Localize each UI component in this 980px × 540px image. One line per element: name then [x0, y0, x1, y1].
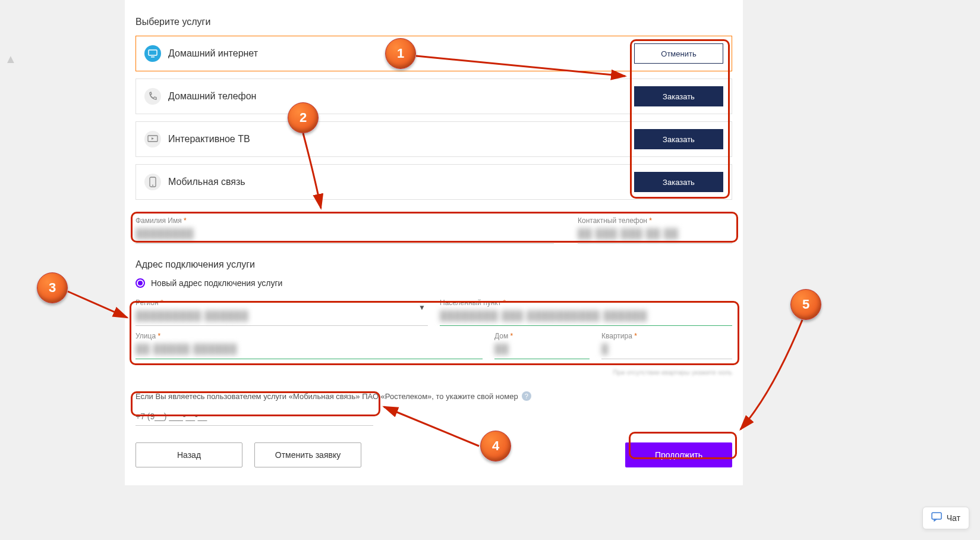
service-name: Мобильная связь: [168, 177, 245, 187]
service-name: Домашний интернет: [168, 48, 258, 59]
service-name: Интерактивное ТВ: [168, 134, 250, 145]
field-city: Населенный пункт * ████████ ███ ████████…: [440, 299, 732, 321]
service-row-mobile: Мобильная связь Заказать: [136, 164, 732, 200]
callout-4: 4: [480, 431, 511, 461]
monitor-icon: [144, 45, 161, 62]
blurred-value: ██ █████ ██████: [136, 344, 483, 354]
blurred-value: ████████: [136, 228, 554, 239]
service-cancel-button[interactable]: Отменить: [634, 43, 723, 64]
chat-label: Чат: [947, 513, 960, 523]
svg-rect-1: [151, 56, 155, 58]
service-row-internet: Домашний интернет Отменить: [136, 36, 732, 71]
field-house: Дом * ██: [494, 332, 590, 354]
blurred-value: ██: [494, 344, 590, 354]
svg-rect-6: [932, 513, 941, 519]
footer-buttons: Назад Отменить заявку Продолжить: [136, 442, 732, 467]
apt-label: Квартира: [601, 332, 632, 340]
radio-icon: [136, 278, 145, 288]
tv-icon: [144, 131, 161, 147]
blurred-value: ████████ ███ ██████████ ██████: [440, 310, 732, 321]
scroll-up-icon[interactable]: ▲: [5, 52, 17, 66]
field-street: Улица * ██ █████ ██████: [136, 332, 483, 354]
continue-button[interactable]: Продолжить: [625, 442, 732, 467]
svg-line-8: [68, 291, 127, 318]
mobile-hint-row: Если Вы являетесь пользователем услуги «…: [136, 391, 732, 401]
service-row-phone: Домашний телефон Заказать: [136, 79, 732, 114]
cancel-request-button[interactable]: Отменить заявку: [254, 442, 361, 467]
back-button[interactable]: Назад: [136, 442, 242, 467]
field-region: Регион * █████████ ██████ ▼: [136, 299, 428, 321]
phone-icon: [144, 88, 161, 105]
service-row-tv: Интерактивное ТВ Заказать: [136, 121, 732, 157]
services-title: Выберите услуги: [136, 17, 732, 27]
svg-marker-3: [152, 137, 154, 140]
person-row: Фамилия Имя * ████████ Контактный телефо…: [136, 216, 732, 239]
address-radio-row[interactable]: Новый адрес подключения услуги: [136, 278, 732, 288]
phone-label: Контактный телефон: [578, 216, 647, 225]
callout-1: 1: [385, 38, 416, 69]
name-label: Фамилия Имя: [136, 216, 182, 225]
address-grid: Регион * █████████ ██████ ▼ Населенный п…: [136, 299, 732, 376]
apt-hint: При отсутствии квартиры укажите ноль: [136, 369, 732, 376]
house-label: Дом: [494, 332, 508, 340]
callout-5: 5: [790, 289, 821, 320]
mobile-number-input[interactable]: [136, 407, 373, 426]
service-left: Домашний интернет: [144, 45, 258, 62]
region-label: Регион: [136, 299, 159, 307]
blurred-value: █: [601, 344, 732, 354]
callout-3: 3: [37, 272, 68, 303]
help-icon[interactable]: ?: [522, 391, 531, 401]
page-root: ▲ Выберите услуги Домашний интернет Отме…: [0, 0, 980, 540]
svg-point-5: [152, 185, 153, 186]
address-radio-label: Новый адрес подключения услуги: [151, 278, 282, 288]
service-order-button[interactable]: Заказать: [634, 86, 723, 106]
city-label: Населенный пункт: [440, 299, 501, 307]
mobile-hint-text: Если Вы являетесь пользователем услуги «…: [136, 392, 518, 401]
form-card: Выберите услуги Домашний интернет Отмени…: [125, 0, 743, 485]
svg-rect-0: [149, 50, 157, 55]
chat-widget[interactable]: Чат: [922, 507, 969, 529]
service-name: Домашний телефон: [168, 91, 256, 102]
blurred-value: ██ ███ ███ ██ ██: [578, 228, 732, 239]
service-order-button[interactable]: Заказать: [634, 129, 723, 149]
field-apt: Квартира * █: [601, 332, 732, 354]
mobile-icon: [144, 174, 161, 190]
service-order-button[interactable]: Заказать: [634, 172, 723, 192]
chat-icon: [931, 512, 942, 524]
chevron-down-icon: ▼: [418, 303, 426, 312]
street-label: Улица: [136, 332, 156, 340]
field-contact-phone: Контактный телефон * ██ ███ ███ ██ ██: [578, 216, 732, 239]
callout-2: 2: [288, 102, 319, 133]
address-title: Адрес подключения услуги: [136, 259, 732, 270]
blurred-value: █████████ ██████: [136, 310, 428, 321]
field-name: Фамилия Имя * ████████: [136, 216, 554, 239]
